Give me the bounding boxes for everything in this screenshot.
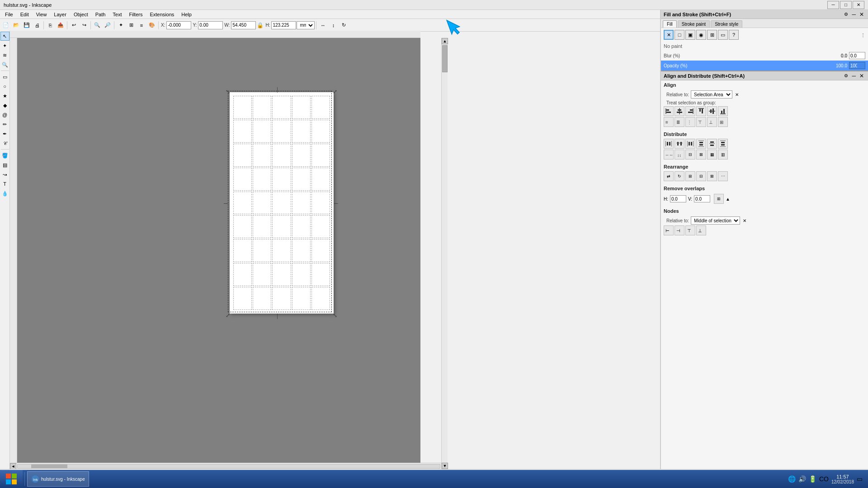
unit-select[interactable]: mm px pt <box>297 21 315 29</box>
panel-settings-icon[interactable]: ⚙ <box>843 11 849 17</box>
nodes-relative-select[interactable]: Middle of selection First node Last node <box>691 216 740 225</box>
handle-ml[interactable]: ─ <box>224 200 228 206</box>
align-settings-icon[interactable]: ⚙ <box>843 73 849 79</box>
menu-object[interactable]: Object <box>71 10 91 19</box>
scroll-thumb-h[interactable] <box>31 465 67 468</box>
distribute-top-btn[interactable] <box>696 139 706 149</box>
tab-stroke-style[interactable]: Stroke style <box>711 20 742 28</box>
maximize-button[interactable]: □ <box>840 1 852 9</box>
tab-fill[interactable]: Fill <box>663 20 677 28</box>
scroll-down-btn[interactable]: ▼ <box>442 463 448 469</box>
remove-overlaps-btn[interactable]: ⊞ <box>714 194 724 204</box>
battery-icon[interactable]: 🔋 <box>809 475 816 483</box>
align-text-center-btn[interactable]: ≣ <box>675 117 684 127</box>
opacity-input[interactable] <box>849 62 865 69</box>
zoom-tool[interactable]: 🔍 <box>0 60 9 69</box>
handle-tr[interactable]: ⤢ <box>333 89 337 95</box>
relative-to-select[interactable]: Selection Area First selected Last selec… <box>691 90 732 99</box>
y-input[interactable] <box>198 21 223 29</box>
lock-icon[interactable]: 🔒 <box>257 22 264 28</box>
menu-layer[interactable]: Layer <box>51 10 70 19</box>
distribute-gaps-v-btn[interactable]: ↕↕ <box>675 150 684 160</box>
open-button[interactable]: 📂 <box>11 20 21 30</box>
pattern-btn[interactable]: ⊞ <box>707 30 717 40</box>
node-align-left-btn[interactable]: ⊢ <box>664 225 674 235</box>
handle-tc[interactable]: │ <box>276 87 279 92</box>
align-text-right-btn[interactable]: ⋮ <box>685 117 695 127</box>
align-left-edge-btn[interactable] <box>664 106 674 116</box>
dropper-tool[interactable]: 💧 <box>0 189 9 198</box>
zoom-in-button[interactable]: 🔍 <box>92 20 102 30</box>
h-input[interactable] <box>271 21 296 29</box>
node-editor-button[interactable]: ✦ <box>116 20 126 30</box>
distribute-base-v-btn[interactable]: ⊠ <box>696 150 706 160</box>
distribute-extra2-btn[interactable]: ▥ <box>718 150 728 160</box>
menu-text[interactable]: Text <box>109 10 125 19</box>
distribute-left-btn[interactable] <box>664 139 674 149</box>
w-input[interactable] <box>231 21 256 29</box>
overlap-spin-up[interactable]: ▲ <box>726 197 730 202</box>
align-center-on-horizontal-btn[interactable] <box>707 106 717 116</box>
menu-path[interactable]: Path <box>92 10 109 19</box>
fill-btn[interactable]: 🎨 <box>147 20 157 30</box>
swatch-btn[interactable]: ▭ <box>718 30 728 40</box>
zoom-out-button[interactable]: 🔎 <box>103 20 113 30</box>
scroll-thumb-v[interactable] <box>442 45 448 72</box>
node-align-top-btn[interactable]: ⊤ <box>685 225 695 235</box>
menu-view[interactable]: View <box>33 10 50 19</box>
rearrange-grid-btn[interactable]: ⊟ <box>696 171 706 181</box>
rearrange-unclump-btn[interactable]: ⊠ <box>707 171 717 181</box>
pencil-tool[interactable]: ✏ <box>0 120 9 129</box>
overlap-h-input[interactable] <box>670 195 686 202</box>
export-button[interactable]: 📤 <box>56 20 66 30</box>
menu-help[interactable]: Help <box>178 10 195 19</box>
scroll-left-btn[interactable]: ◄ <box>10 463 16 469</box>
align-text-base-btn[interactable]: ⊥ <box>707 117 717 127</box>
tweak-tool[interactable]: ≋ <box>0 51 9 60</box>
distribute-gaps-h-btn[interactable]: ↔↔ <box>664 150 674 160</box>
align-minimize-btn[interactable]: ─ <box>850 72 857 80</box>
save-button[interactable]: 💾 <box>22 20 32 30</box>
redo-button[interactable]: ↪ <box>79 20 89 30</box>
paint-bucket-tool[interactable]: 🪣 <box>0 151 9 160</box>
linear-gradient-btn[interactable]: ▣ <box>685 30 695 40</box>
align-anchor-btn[interactable]: ⊤ <box>696 117 706 127</box>
handle-tl[interactable]: ⤡ <box>226 89 230 95</box>
pen-tool[interactable]: ✒ <box>0 129 9 138</box>
distribute-extra1-btn[interactable]: ▦ <box>707 150 717 160</box>
align-close-btn[interactable]: ✕ <box>858 72 865 80</box>
no-paint-btn[interactable]: ✕ <box>664 30 674 40</box>
relative-close-icon[interactable]: ✕ <box>735 92 739 97</box>
handle-br[interactable]: ⤡ <box>333 312 337 319</box>
connector-tool[interactable]: ↝ <box>0 170 9 179</box>
undo-button[interactable]: ↩ <box>69 20 79 30</box>
rearrange-extra-btn[interactable]: ⋯ <box>718 171 728 181</box>
circle-tool[interactable]: ○ <box>0 82 9 91</box>
node-align-center-btn[interactable]: ⊣ <box>675 225 684 235</box>
rearrange-rotate-btn[interactable]: ↻ <box>675 171 684 181</box>
transform-y-btn[interactable]: ↕ <box>328 20 338 30</box>
align-top-edge-btn[interactable] <box>696 106 706 116</box>
v-scrollbar[interactable]: ▲ ▼ <box>441 38 448 469</box>
start-button[interactable] <box>0 470 23 488</box>
menu-extensions[interactable]: Extensions <box>146 10 177 19</box>
distribute-base-h-btn[interactable]: ⊟ <box>685 150 695 160</box>
unknown-btn[interactable]: ? <box>729 30 739 40</box>
panel-minimize-btn[interactable]: ─ <box>850 11 857 18</box>
overlap-v-input[interactable] <box>694 195 710 202</box>
handle-bc[interactable]: │ <box>276 314 279 319</box>
clock[interactable]: 11:57 12/02/2018 <box>831 474 854 484</box>
network-icon[interactable]: 🌐 <box>788 475 796 483</box>
spiral-tool[interactable]: @ <box>0 110 9 119</box>
panel-close-btn[interactable]: ✕ <box>858 11 865 18</box>
node-tool[interactable]: ✦ <box>0 41 9 50</box>
new-button[interactable]: 📄 <box>1 20 11 30</box>
text-tool[interactable]: T <box>0 179 9 188</box>
distribute-right-btn[interactable] <box>685 139 695 149</box>
align-right-edge-btn[interactable] <box>685 106 695 116</box>
transform-button[interactable]: ⊞ <box>126 20 136 30</box>
3d-tool[interactable]: ◆ <box>0 101 9 110</box>
handle-mr[interactable]: ─ <box>334 200 338 206</box>
rect-tool[interactable]: ▭ <box>0 72 9 81</box>
star-tool[interactable]: ★ <box>0 91 9 100</box>
